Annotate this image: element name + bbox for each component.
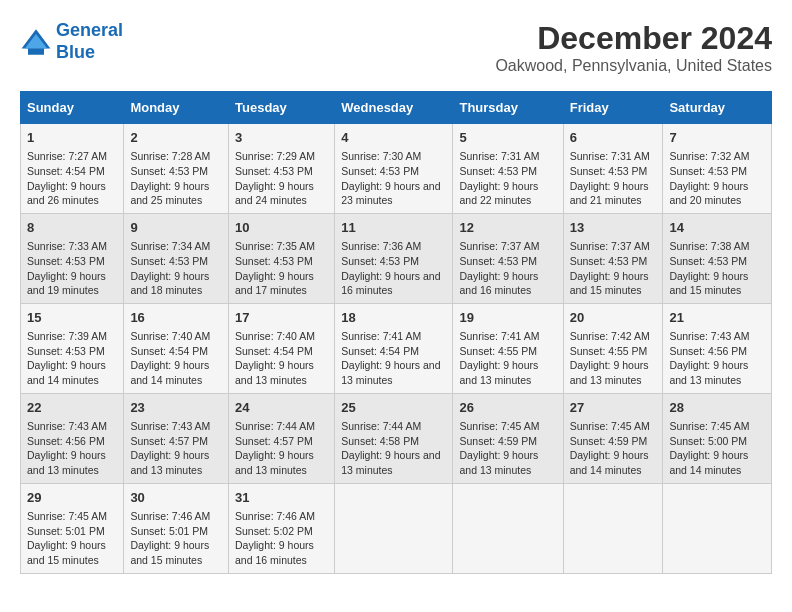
calendar-cell: 29 Sunrise: 7:45 AM Sunset: 5:01 PM Dayl… — [21, 483, 124, 573]
sunset-label: Sunset: 4:54 PM — [341, 345, 419, 357]
sunrise-label: Sunrise: 7:27 AM — [27, 150, 107, 162]
calendar-cell — [453, 483, 563, 573]
daylight-label: Daylight: 9 hours and 24 minutes — [235, 180, 314, 207]
sunset-label: Sunset: 4:53 PM — [235, 165, 313, 177]
calendar-cell: 25 Sunrise: 7:44 AM Sunset: 4:58 PM Dayl… — [335, 393, 453, 483]
daylight-label: Daylight: 9 hours and 15 minutes — [130, 539, 209, 566]
sunrise-label: Sunrise: 7:40 AM — [130, 330, 210, 342]
calendar-cell — [663, 483, 772, 573]
page-subtitle: Oakwood, Pennsylvania, United States — [495, 57, 772, 75]
header-row: Sunday Monday Tuesday Wednesday Thursday… — [21, 92, 772, 124]
sunrise-label: Sunrise: 7:31 AM — [570, 150, 650, 162]
logo: General Blue — [20, 20, 123, 63]
calendar-week-4: 22 Sunrise: 7:43 AM Sunset: 4:56 PM Dayl… — [21, 393, 772, 483]
calendar-cell: 23 Sunrise: 7:43 AM Sunset: 4:57 PM Dayl… — [124, 393, 229, 483]
day-number: 18 — [341, 309, 446, 327]
daylight-label: Daylight: 9 hours and 26 minutes — [27, 180, 106, 207]
calendar-cell: 21 Sunrise: 7:43 AM Sunset: 4:56 PM Dayl… — [663, 303, 772, 393]
daylight-label: Daylight: 9 hours and 14 minutes — [130, 359, 209, 386]
sunset-label: Sunset: 4:55 PM — [570, 345, 648, 357]
header-friday: Friday — [563, 92, 663, 124]
calendar-cell: 2 Sunrise: 7:28 AM Sunset: 4:53 PM Dayli… — [124, 124, 229, 214]
calendar-week-5: 29 Sunrise: 7:45 AM Sunset: 5:01 PM Dayl… — [21, 483, 772, 573]
sunrise-label: Sunrise: 7:33 AM — [27, 240, 107, 252]
logo-text: General Blue — [56, 20, 123, 63]
day-number: 23 — [130, 399, 222, 417]
day-number: 21 — [669, 309, 765, 327]
daylight-label: Daylight: 9 hours and 13 minutes — [27, 449, 106, 476]
day-number: 22 — [27, 399, 117, 417]
page-header: General Blue December 2024 Oakwood, Penn… — [20, 20, 772, 75]
sunrise-label: Sunrise: 7:34 AM — [130, 240, 210, 252]
daylight-label: Daylight: 9 hours and 13 minutes — [130, 449, 209, 476]
calendar-week-3: 15 Sunrise: 7:39 AM Sunset: 4:53 PM Dayl… — [21, 303, 772, 393]
calendar-cell: 22 Sunrise: 7:43 AM Sunset: 4:56 PM Dayl… — [21, 393, 124, 483]
daylight-label: Daylight: 9 hours and 16 minutes — [459, 270, 538, 297]
calendar-cell: 26 Sunrise: 7:45 AM Sunset: 4:59 PM Dayl… — [453, 393, 563, 483]
daylight-label: Daylight: 9 hours and 20 minutes — [669, 180, 748, 207]
day-number: 9 — [130, 219, 222, 237]
daylight-label: Daylight: 9 hours and 14 minutes — [669, 449, 748, 476]
daylight-label: Daylight: 9 hours and 13 minutes — [570, 359, 649, 386]
day-number: 12 — [459, 219, 556, 237]
sunrise-label: Sunrise: 7:45 AM — [459, 420, 539, 432]
calendar-week-2: 8 Sunrise: 7:33 AM Sunset: 4:53 PM Dayli… — [21, 213, 772, 303]
day-number: 19 — [459, 309, 556, 327]
daylight-label: Daylight: 9 hours and 13 minutes — [341, 449, 440, 476]
daylight-label: Daylight: 9 hours and 15 minutes — [570, 270, 649, 297]
calendar-cell — [335, 483, 453, 573]
daylight-label: Daylight: 9 hours and 21 minutes — [570, 180, 649, 207]
daylight-label: Daylight: 9 hours and 17 minutes — [235, 270, 314, 297]
sunset-label: Sunset: 5:01 PM — [27, 525, 105, 537]
calendar-cell: 14 Sunrise: 7:38 AM Sunset: 4:53 PM Dayl… — [663, 213, 772, 303]
calendar-cell: 24 Sunrise: 7:44 AM Sunset: 4:57 PM Dayl… — [229, 393, 335, 483]
sunset-label: Sunset: 4:59 PM — [570, 435, 648, 447]
calendar-cell: 13 Sunrise: 7:37 AM Sunset: 4:53 PM Dayl… — [563, 213, 663, 303]
day-number: 27 — [570, 399, 657, 417]
sunrise-label: Sunrise: 7:36 AM — [341, 240, 421, 252]
sunset-label: Sunset: 4:53 PM — [235, 255, 313, 267]
sunset-label: Sunset: 4:53 PM — [459, 255, 537, 267]
sunset-label: Sunset: 4:53 PM — [130, 165, 208, 177]
day-number: 20 — [570, 309, 657, 327]
sunset-label: Sunset: 4:56 PM — [669, 345, 747, 357]
day-number: 4 — [341, 129, 446, 147]
calendar-cell: 10 Sunrise: 7:35 AM Sunset: 4:53 PM Dayl… — [229, 213, 335, 303]
sunset-label: Sunset: 4:53 PM — [459, 165, 537, 177]
day-number: 25 — [341, 399, 446, 417]
daylight-label: Daylight: 9 hours and 18 minutes — [130, 270, 209, 297]
calendar-cell: 7 Sunrise: 7:32 AM Sunset: 4:53 PM Dayli… — [663, 124, 772, 214]
calendar-cell: 18 Sunrise: 7:41 AM Sunset: 4:54 PM Dayl… — [335, 303, 453, 393]
sunrise-label: Sunrise: 7:35 AM — [235, 240, 315, 252]
day-number: 3 — [235, 129, 328, 147]
sunrise-label: Sunrise: 7:31 AM — [459, 150, 539, 162]
sunrise-label: Sunrise: 7:28 AM — [130, 150, 210, 162]
day-number: 29 — [27, 489, 117, 507]
day-number: 11 — [341, 219, 446, 237]
daylight-label: Daylight: 9 hours and 19 minutes — [27, 270, 106, 297]
day-number: 13 — [570, 219, 657, 237]
sunset-label: Sunset: 4:53 PM — [27, 255, 105, 267]
page-title: December 2024 — [495, 20, 772, 57]
sunset-label: Sunset: 4:57 PM — [235, 435, 313, 447]
calendar-table: Sunday Monday Tuesday Wednesday Thursday… — [20, 91, 772, 574]
calendar-cell: 19 Sunrise: 7:41 AM Sunset: 4:55 PM Dayl… — [453, 303, 563, 393]
sunset-label: Sunset: 4:55 PM — [459, 345, 537, 357]
sunrise-label: Sunrise: 7:29 AM — [235, 150, 315, 162]
day-number: 7 — [669, 129, 765, 147]
daylight-label: Daylight: 9 hours and 13 minutes — [459, 359, 538, 386]
header-saturday: Saturday — [663, 92, 772, 124]
sunset-label: Sunset: 5:02 PM — [235, 525, 313, 537]
logo-icon — [20, 26, 52, 58]
header-monday: Monday — [124, 92, 229, 124]
title-block: December 2024 Oakwood, Pennsylvania, Uni… — [495, 20, 772, 75]
sunset-label: Sunset: 4:54 PM — [27, 165, 105, 177]
daylight-label: Daylight: 9 hours and 13 minutes — [341, 359, 440, 386]
sunset-label: Sunset: 4:53 PM — [341, 165, 419, 177]
day-number: 28 — [669, 399, 765, 417]
day-number: 16 — [130, 309, 222, 327]
sunset-label: Sunset: 4:56 PM — [27, 435, 105, 447]
calendar-cell: 17 Sunrise: 7:40 AM Sunset: 4:54 PM Dayl… — [229, 303, 335, 393]
sunrise-label: Sunrise: 7:43 AM — [130, 420, 210, 432]
sunset-label: Sunset: 4:57 PM — [130, 435, 208, 447]
